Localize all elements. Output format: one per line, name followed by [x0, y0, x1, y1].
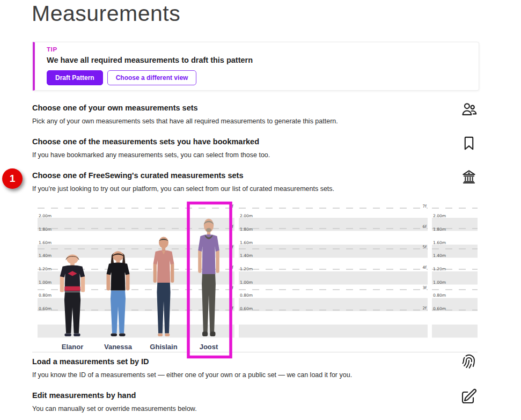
- section-curated-description: If you're just looking to try out our pl…: [32, 185, 456, 193]
- svg-text:1.20m: 1.20m: [39, 267, 52, 271]
- section-edit-by-hand-description: You can manually set or override measure…: [32, 405, 456, 412]
- ruler-layer: 7f6f5f4f3f2f2.00m1.80m1.60m1.40m1.20m1.0…: [38, 204, 478, 338]
- svg-text:1.40m: 1.40m: [433, 253, 446, 258]
- section-own-sets-description: Pick any of your own measurements sets t…: [32, 117, 456, 125]
- users-icon[interactable]: [460, 101, 478, 118]
- svg-text:1.00m: 1.00m: [240, 280, 253, 285]
- section-load-by-id-heading: Load a measurements set by ID: [32, 357, 456, 366]
- section-load-by-id-description: If you know the ID of a measurements set…: [32, 371, 456, 379]
- svg-text:1.40m: 1.40m: [240, 253, 253, 258]
- svg-text:0.60m: 0.60m: [240, 306, 253, 311]
- svg-text:4f: 4f: [423, 265, 427, 270]
- tip-message: We have all required measurements to dra…: [47, 56, 253, 64]
- svg-text:1.60m: 1.60m: [240, 240, 253, 245]
- svg-text:2.00m: 2.00m: [433, 213, 446, 218]
- svg-text:6f: 6f: [423, 224, 427, 229]
- section-own-sets-heading: Choose one of your own measurements sets: [32, 104, 456, 112]
- person-name-vanessa: Vanessa: [104, 343, 133, 351]
- section-edit-by-hand[interactable]: Edit measurements by hand You can manual…: [32, 391, 456, 412]
- svg-text:1.00m: 1.00m: [433, 280, 446, 285]
- page-title: Measurements: [32, 1, 180, 26]
- svg-text:1.80m: 1.80m: [39, 227, 52, 232]
- section-bookmarked-sets[interactable]: Choose one of the measurements sets you …: [32, 137, 456, 159]
- svg-text:2.00m: 2.00m: [240, 213, 253, 218]
- person-name-joost: Joost: [200, 343, 218, 351]
- tip-label: TIP: [47, 46, 57, 53]
- svg-text:1.40m: 1.40m: [39, 253, 52, 258]
- section-bookmarked-heading: Choose one of the measurements sets you …: [32, 137, 456, 146]
- svg-text:1.80m: 1.80m: [433, 227, 446, 232]
- curated-sets-chart: 7f6f5f4f3f2f2.00m1.80m1.60m1.40m1.20m1.0…: [32, 198, 478, 359]
- bank-icon[interactable]: [460, 168, 478, 185]
- svg-text:0.60m: 0.60m: [433, 306, 446, 311]
- svg-text:0.80m: 0.80m: [240, 293, 253, 298]
- section-bookmarked-description: If you have bookmarked any measurements …: [32, 151, 456, 159]
- svg-text:7f: 7f: [423, 204, 427, 209]
- svg-text:0.60m: 0.60m: [39, 306, 52, 311]
- figure-elanor[interactable]: [60, 254, 85, 336]
- draft-pattern-button[interactable]: Draft Pattern: [47, 70, 103, 85]
- edit-icon[interactable]: [460, 388, 478, 405]
- svg-text:1.00m: 1.00m: [39, 280, 52, 285]
- svg-text:1.20m: 1.20m: [240, 267, 253, 271]
- height-chart-svg: 7f6f5f4f3f2f2.00m1.80m1.60m1.40m1.20m1.0…: [32, 198, 478, 359]
- section-edit-by-hand-heading: Edit measurements by hand: [32, 391, 456, 400]
- measurements-page: Measurements TIP We have all required me…: [0, 0, 521, 420]
- svg-text:0.80m: 0.80m: [39, 293, 52, 298]
- svg-text:1.60m: 1.60m: [433, 240, 446, 245]
- section-curated-sets[interactable]: Choose one of FreeSewing's curated measu…: [32, 171, 456, 193]
- choose-different-view-button[interactable]: Choose a different view: [107, 70, 197, 85]
- bookmark-icon[interactable]: [460, 135, 478, 152]
- svg-text:1.80m: 1.80m: [240, 227, 253, 232]
- person-name-elanor: Elanor: [62, 343, 83, 351]
- step-badge: 1: [2, 168, 23, 189]
- tip-box: TIP We have all required measurements to…: [33, 42, 479, 91]
- section-own-sets[interactable]: Choose one of your own measurements sets…: [32, 104, 456, 125]
- svg-text:2.00m: 2.00m: [39, 213, 52, 218]
- fingerprint-icon[interactable]: [460, 353, 478, 370]
- svg-text:3f: 3f: [423, 285, 427, 290]
- svg-text:2f: 2f: [423, 306, 427, 311]
- svg-text:1.20m: 1.20m: [433, 267, 446, 271]
- svg-text:1.60m: 1.60m: [39, 240, 52, 245]
- svg-text:0.80m: 0.80m: [433, 293, 446, 298]
- figure-vanessa[interactable]: [107, 251, 130, 336]
- section-curated-heading: Choose one of FreeSewing's curated measu…: [32, 171, 456, 180]
- section-load-by-id[interactable]: Load a measurements set by ID If you kno…: [32, 357, 456, 379]
- tip-actions: Draft Pattern Choose a different view: [47, 70, 196, 85]
- figure-ghislain[interactable]: [153, 237, 174, 336]
- person-name-ghislain: Ghislain: [150, 343, 177, 351]
- svg-text:5f: 5f: [423, 245, 427, 249]
